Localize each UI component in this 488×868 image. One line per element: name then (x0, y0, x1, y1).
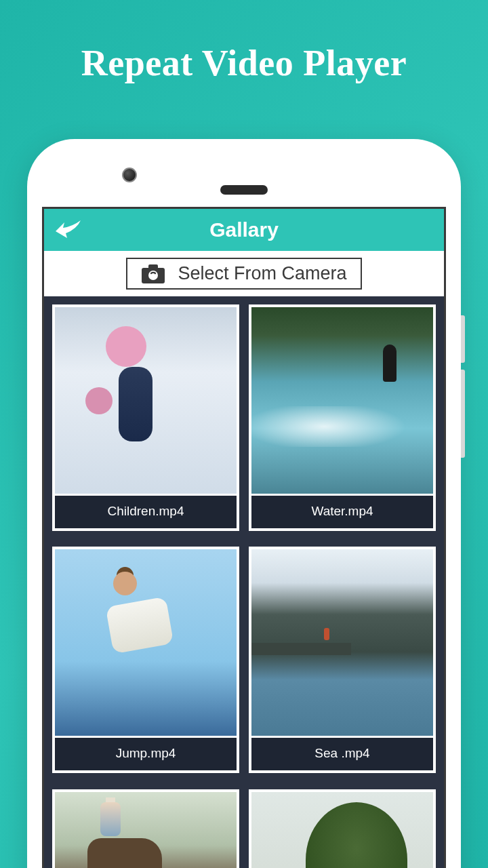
video-thumbnail (251, 307, 433, 494)
camera-icon (141, 264, 165, 284)
gallery-grid: Children.mp4 Water.mp4 Jump.mp4 Sea .mp4 (44, 296, 444, 868)
back-button[interactable] (54, 217, 83, 243)
phone-camera (122, 167, 137, 182)
camera-button-label: Select From Camera (178, 263, 346, 284)
marketing-title: Repeat Video Player (0, 0, 488, 84)
video-item-children[interactable]: Children.mp4 (52, 304, 239, 531)
video-thumbnail (55, 792, 237, 868)
phone-frame: Gallary Select From Camera Children.mp4 (27, 139, 461, 868)
video-item-jump[interactable]: Jump.mp4 (52, 547, 239, 773)
page-title: Gallary (44, 218, 444, 241)
video-label: Jump.mp4 (55, 736, 237, 770)
phone-speaker (220, 185, 268, 195)
video-label: Children.mp4 (55, 494, 237, 528)
video-thumbnail (55, 307, 237, 494)
back-arrow-icon (54, 217, 83, 240)
app-header: Gallary (44, 209, 444, 251)
app-screen: Gallary Select From Camera Children.mp4 (42, 207, 446, 868)
video-item-sea[interactable]: Sea .mp4 (249, 547, 436, 773)
camera-bar: Select From Camera (44, 251, 444, 296)
video-thumbnail (251, 549, 433, 736)
video-label: Sea .mp4 (251, 736, 433, 770)
svg-rect-1 (148, 264, 158, 270)
video-thumbnail (55, 549, 237, 736)
video-item-water[interactable]: Water.mp4 (249, 304, 436, 531)
select-from-camera-button[interactable]: Select From Camera (126, 258, 361, 290)
video-item[interactable] (249, 789, 436, 868)
video-thumbnail (251, 792, 433, 868)
video-item[interactable] (52, 789, 239, 868)
video-label: Water.mp4 (251, 494, 433, 528)
